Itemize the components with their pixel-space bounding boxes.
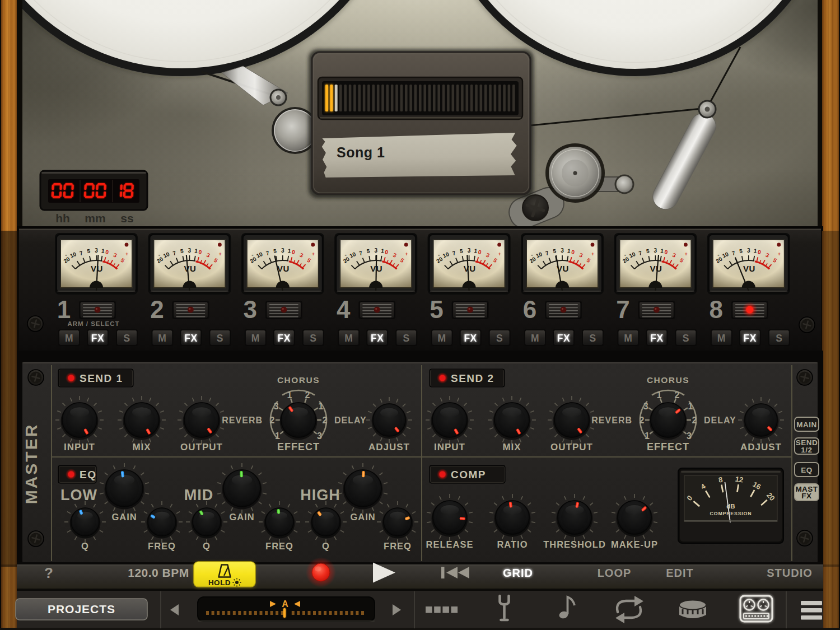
svg-text:+: + — [125, 251, 128, 257]
svg-text:RELEASE: RELEASE — [426, 539, 474, 549]
svg-text:1: 1 — [645, 431, 650, 441]
svg-text:M: M — [344, 333, 353, 344]
svg-text:1: 1 — [57, 296, 71, 323]
svg-text:-: - — [65, 251, 67, 258]
svg-text:+: + — [591, 251, 594, 257]
svg-text:S: S — [683, 333, 689, 344]
svg-text:S: S — [123, 333, 130, 344]
svg-text:REVERB: REVERB — [591, 416, 632, 425]
svg-text:2: 2 — [305, 390, 310, 400]
svg-text:-: - — [531, 251, 533, 258]
svg-text:EQ: EQ — [80, 469, 96, 480]
svg-text:EQ: EQ — [801, 466, 813, 474]
svg-text:3: 3 — [374, 248, 377, 254]
svg-text:FX: FX — [91, 333, 104, 344]
svg-text:3: 3 — [747, 248, 750, 254]
svg-text:INPUT: INPUT — [434, 442, 465, 452]
svg-text:Song 1: Song 1 — [337, 144, 385, 160]
svg-text:120.0 BPM: 120.0 BPM — [128, 566, 189, 579]
svg-text:M: M — [717, 333, 726, 344]
svg-text:3: 3 — [654, 248, 657, 254]
svg-text:-: - — [717, 251, 719, 258]
svg-text:STUDIO: STUDIO — [767, 567, 813, 579]
svg-text:VU: VU — [464, 264, 476, 273]
svg-text:GAIN: GAIN — [350, 512, 375, 522]
svg-text:PROJECTS: PROJECTS — [48, 603, 115, 615]
svg-text:1/2: 1/2 — [801, 446, 812, 454]
svg-text:-: - — [345, 251, 347, 258]
svg-text:-: - — [158, 251, 160, 258]
svg-text:+: + — [684, 251, 687, 257]
svg-text:3: 3 — [643, 402, 648, 411]
svg-text:?: ? — [44, 564, 53, 581]
svg-text:INPUT: INPUT — [64, 442, 95, 452]
svg-text:S: S — [310, 333, 316, 344]
svg-text:1: 1 — [275, 431, 280, 441]
svg-text:VU: VU — [650, 264, 662, 273]
svg-text:A: A — [282, 599, 288, 609]
svg-text:DELAY: DELAY — [334, 416, 367, 425]
svg-text:MID: MID — [184, 487, 214, 503]
svg-text:ADJUST: ADJUST — [740, 442, 782, 452]
svg-text:EDIT: EDIT — [666, 567, 694, 579]
svg-text:-: - — [251, 251, 253, 258]
svg-text:S: S — [776, 333, 782, 344]
svg-text:2: 2 — [270, 416, 275, 425]
svg-text:FX: FX — [464, 333, 477, 344]
svg-text:SEND 2: SEND 2 — [451, 372, 494, 384]
svg-text:FREQ: FREQ — [384, 541, 412, 551]
svg-text:hh: hh — [55, 212, 70, 225]
svg-text:FREQ: FREQ — [265, 541, 293, 551]
svg-text:REVERB: REVERB — [222, 416, 263, 425]
svg-text:MIX: MIX — [132, 442, 151, 452]
svg-text:3: 3 — [274, 402, 279, 411]
svg-text:GAIN: GAIN — [229, 512, 254, 522]
svg-text:FX: FX — [744, 333, 757, 344]
svg-text:+: + — [218, 251, 221, 257]
svg-text:1: 1 — [688, 402, 693, 411]
svg-text:M: M — [531, 333, 539, 344]
svg-text:CHORUS: CHORUS — [647, 375, 689, 385]
svg-text:FREQ: FREQ — [148, 541, 176, 551]
svg-text:3: 3 — [95, 248, 98, 254]
svg-text:COMP: COMP — [451, 469, 486, 480]
svg-text:M: M — [438, 333, 446, 344]
svg-text:MASTER: MASTER — [22, 423, 40, 505]
svg-text:ss: ss — [120, 212, 133, 225]
svg-text:GAIN: GAIN — [111, 512, 137, 522]
svg-text:2: 2 — [150, 296, 164, 323]
svg-text:ARM / SELECT: ARM / SELECT — [67, 320, 119, 327]
svg-text:2: 2 — [323, 416, 328, 425]
svg-text:MAKE-UP: MAKE-UP — [611, 539, 658, 549]
svg-text:6: 6 — [523, 296, 536, 323]
svg-text:SEND 1: SEND 1 — [80, 372, 123, 384]
svg-text:+: + — [405, 251, 408, 257]
svg-text:GRID: GRID — [503, 567, 533, 579]
svg-text:1: 1 — [656, 390, 661, 400]
svg-text:3: 3 — [687, 431, 692, 441]
svg-text:8: 8 — [710, 296, 723, 323]
svg-text:FX: FX — [184, 333, 197, 344]
svg-text:ADJUST: ADJUST — [368, 442, 410, 452]
svg-text:S: S — [403, 333, 410, 344]
svg-text:EFFECT: EFFECT — [277, 441, 320, 452]
svg-text:LOW: LOW — [60, 487, 97, 503]
svg-text:HOLD: HOLD — [208, 578, 231, 587]
svg-text:OUTPUT: OUTPUT — [180, 442, 223, 452]
svg-text:FX: FX — [801, 492, 811, 500]
svg-text:FX: FX — [371, 333, 384, 344]
svg-text:+: + — [498, 251, 501, 257]
svg-text:5: 5 — [430, 296, 443, 323]
svg-text:2: 2 — [640, 416, 645, 425]
svg-text:VU: VU — [743, 264, 755, 273]
svg-text:-: - — [624, 251, 626, 258]
svg-text:12: 12 — [735, 475, 744, 484]
svg-text:MIX: MIX — [502, 442, 521, 452]
svg-text:RATIO: RATIO — [497, 539, 528, 549]
svg-text:Q: Q — [203, 541, 211, 551]
svg-text:2: 2 — [692, 416, 697, 425]
svg-text:DELAY: DELAY — [704, 416, 736, 425]
svg-text:1: 1 — [287, 390, 292, 400]
svg-text:3: 3 — [561, 248, 564, 254]
svg-text:FX: FX — [650, 333, 663, 344]
